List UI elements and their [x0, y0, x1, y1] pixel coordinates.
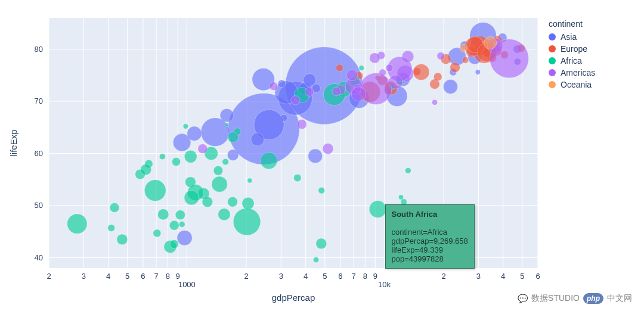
bubble[interactable] — [359, 66, 364, 71]
watermark-wechat-icon: 💬 — [518, 294, 528, 303]
bubble[interactable] — [434, 73, 442, 81]
bubble[interactable] — [153, 229, 161, 237]
bubble[interactable] — [437, 52, 445, 60]
bubble[interactable] — [247, 178, 252, 183]
bubble[interactable] — [291, 96, 300, 105]
bubble[interactable] — [405, 167, 411, 173]
legend-swatch — [549, 33, 556, 41]
bubble[interactable] — [144, 180, 166, 201]
bubble[interactable] — [213, 166, 223, 176]
svg-text:6: 6 — [535, 272, 540, 281]
bubble[interactable] — [308, 149, 323, 163]
bubble[interactable] — [369, 201, 386, 218]
svg-text:3: 3 — [82, 272, 86, 281]
bubble[interactable] — [228, 197, 238, 207]
bubble[interactable] — [389, 75, 402, 89]
svg-text:8: 8 — [166, 272, 170, 281]
bubble[interactable] — [316, 238, 327, 249]
bubble[interactable] — [251, 133, 264, 146]
legend-item-europe[interactable]: Europe — [549, 44, 595, 54]
legend-label: Oceania — [561, 80, 592, 89]
svg-text:9: 9 — [373, 272, 377, 281]
bubble[interactable] — [432, 99, 437, 105]
bubble[interactable] — [175, 210, 185, 220]
bubble[interactable] — [313, 257, 318, 262]
php-badge: php — [583, 293, 603, 304]
bubble[interactable] — [177, 231, 192, 245]
bubble[interactable] — [379, 69, 386, 76]
bubble[interactable] — [318, 187, 325, 194]
legend-swatch — [549, 57, 556, 64]
svg-text:5: 5 — [125, 272, 129, 281]
bubble[interactable] — [212, 176, 227, 192]
legend-swatch — [549, 69, 556, 76]
bubble[interactable] — [108, 225, 115, 232]
bubble[interactable] — [351, 87, 366, 101]
bubble[interactable] — [386, 64, 393, 71]
bubble[interactable] — [304, 74, 316, 86]
bubble[interactable] — [222, 158, 229, 165]
legend-label: Africa — [561, 56, 582, 66]
y-axis-title: lifeExp — [8, 129, 18, 156]
legend-item-africa[interactable]: Africa — [549, 56, 595, 66]
bubble[interactable] — [323, 144, 333, 154]
bubble[interactable] — [179, 222, 185, 228]
bubble-chart: 100010k234567892345678923456 4050607080 … — [0, 0, 644, 311]
bubble[interactable] — [305, 88, 314, 97]
bubble[interactable] — [141, 164, 151, 175]
bubble[interactable] — [201, 118, 230, 147]
bubble[interactable] — [184, 150, 197, 163]
bubble[interactable] — [202, 197, 213, 207]
svg-text:4: 4 — [106, 272, 110, 281]
hover-tooltip: South Africacontinent=AfricagdpPercap=9,… — [385, 204, 475, 269]
svg-text:40: 40 — [35, 253, 43, 262]
bubble[interactable] — [172, 157, 180, 166]
bubble[interactable] — [332, 87, 341, 96]
bubble[interactable] — [398, 195, 403, 200]
bubble[interactable] — [225, 123, 229, 126]
legend-label: Asia — [561, 32, 577, 42]
bubble[interactable] — [170, 240, 178, 248]
bubble[interactable] — [297, 119, 306, 129]
bubble[interactable] — [184, 191, 199, 205]
bubble[interactable] — [187, 126, 202, 141]
bubble[interactable] — [261, 153, 277, 169]
bubble[interactable] — [462, 57, 469, 64]
bubble[interactable] — [370, 53, 380, 63]
bubble[interactable] — [242, 197, 254, 209]
bubble[interactable] — [169, 220, 179, 230]
bubble[interactable] — [218, 209, 230, 220]
bubble[interactable] — [67, 214, 87, 234]
svg-text:6: 6 — [338, 272, 342, 281]
svg-text:3: 3 — [279, 272, 283, 281]
legend-item-americas[interactable]: Americas — [549, 68, 595, 77]
bubble[interactable] — [110, 203, 119, 213]
legend-title: continent — [549, 19, 595, 29]
bubble[interactable] — [360, 73, 392, 104]
bubble[interactable] — [158, 209, 169, 220]
bubble[interactable] — [413, 64, 429, 80]
bubble[interactable] — [220, 108, 233, 122]
svg-text:4: 4 — [501, 272, 505, 281]
legend-item-asia[interactable]: Asia — [549, 32, 595, 42]
bubble[interactable] — [444, 80, 458, 94]
bubble[interactable] — [233, 208, 261, 235]
bubble[interactable] — [484, 36, 496, 49]
bubble[interactable] — [117, 234, 128, 245]
bubble[interactable] — [336, 64, 343, 71]
bubble[interactable] — [183, 124, 188, 129]
legend-label: Europe — [561, 44, 587, 54]
bubble[interactable] — [278, 80, 286, 88]
bubble[interactable] — [198, 144, 208, 154]
bubble[interactable] — [294, 174, 301, 181]
svg-text:1000: 1000 — [178, 280, 196, 289]
bubble[interactable] — [228, 132, 239, 142]
legend-item-oceania[interactable]: Oceania — [549, 80, 595, 89]
legend-swatch — [549, 45, 556, 52]
bubble[interactable] — [270, 82, 278, 91]
bubble[interactable] — [346, 70, 358, 81]
bubble[interactable] — [460, 44, 467, 52]
bubble[interactable] — [475, 70, 480, 74]
bubble[interactable] — [450, 63, 460, 73]
bubble[interactable] — [159, 154, 165, 160]
